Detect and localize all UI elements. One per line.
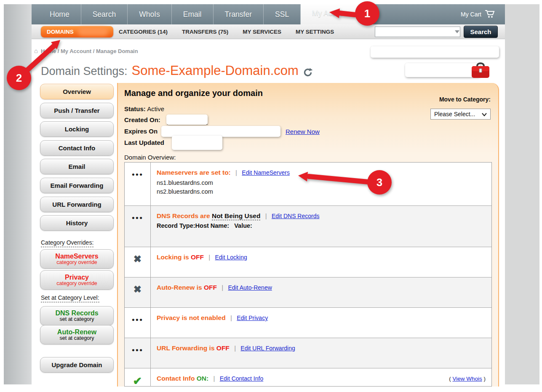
subnav-item-transfers[interactable]: TRANSFERS (75) bbox=[182, 29, 228, 35]
edit-locking-link[interactable]: Edit Locking bbox=[215, 254, 247, 261]
right-backdrop bbox=[505, 4, 539, 384]
page: Home Search WhoIs Email Transfer SSL My … bbox=[32, 4, 505, 387]
nav-tab-home[interactable]: Home bbox=[38, 4, 81, 24]
dots-icon: ●●● bbox=[125, 163, 151, 205]
separator: | bbox=[213, 375, 215, 382]
nameserver-1: ns1.bluestardns.com bbox=[157, 179, 485, 187]
row-off-badge: OFF bbox=[191, 253, 204, 261]
created-label: Created On: bbox=[124, 116, 160, 123]
category-sub: set at category bbox=[60, 317, 94, 323]
edit-auto-renew-link[interactable]: Edit Auto-Renew bbox=[228, 284, 272, 291]
row-content: Locking is OFF | Edit Locking bbox=[151, 247, 491, 277]
page-title-domain: Some-Example-Domain.com bbox=[132, 63, 299, 78]
row-title: DNS Records are bbox=[157, 212, 210, 219]
category-sub: set at category bbox=[60, 336, 94, 341]
sidebar-item-contact-info[interactable]: Contact Info bbox=[40, 140, 114, 156]
domain-overview-table: ●●● Nameservers are set to: | Edit NameS… bbox=[124, 162, 492, 387]
nav-tab-whois[interactable]: WhoIs bbox=[128, 4, 172, 24]
sidebar-item-push-transfer[interactable]: Push / Transfer bbox=[40, 103, 114, 118]
nav-tab-search[interactable]: Search bbox=[81, 4, 128, 24]
edit-url-forwarding-link[interactable]: Edit URL Forwarding bbox=[240, 345, 295, 352]
row-title: Nameservers are set to: bbox=[157, 169, 231, 176]
override-sub: category override bbox=[56, 260, 97, 266]
sidebar-item-locking[interactable]: Locking bbox=[40, 121, 114, 137]
sidebar-item-nameservers-override[interactable]: NameServers category override bbox=[40, 249, 114, 269]
category-title: DNS Records bbox=[55, 309, 98, 317]
table-row-contact-info: ✔ Contact Info ON: | Edit Contact Info (… bbox=[125, 368, 491, 387]
home-icon: ⌂ bbox=[34, 47, 38, 54]
edit-contact-info-link[interactable]: Edit Contact Info bbox=[220, 375, 264, 382]
last-updated-label: Last Updated bbox=[124, 139, 164, 146]
domain-search-combobox[interactable] bbox=[375, 27, 460, 37]
override-sub: category override bbox=[56, 281, 97, 287]
redaction-box-updated bbox=[172, 136, 222, 150]
status-value: Active bbox=[147, 105, 164, 112]
table-row-auto-renew: ✖ Auto-Renew is OFF | Edit Auto-Renew bbox=[125, 277, 491, 307]
renew-now-link[interactable]: Renew Now bbox=[286, 128, 320, 135]
edit-nameservers-link[interactable]: Edit NameServers bbox=[242, 169, 290, 176]
status-label: Status: bbox=[124, 105, 146, 112]
page-title: Domain Settings: Some-Example-Domain.com bbox=[41, 63, 313, 79]
dots-icon: ●●● bbox=[125, 338, 151, 368]
check-icon: ✔ bbox=[125, 368, 151, 387]
x-icon: ✖ bbox=[125, 247, 151, 277]
toolbox-icon[interactable] bbox=[471, 61, 490, 82]
left-backdrop bbox=[4, 4, 32, 384]
sidebar-item-overview[interactable]: Overview bbox=[40, 84, 114, 99]
move-to-category-label: Move to Category: bbox=[430, 96, 491, 103]
subnav-item-categories[interactable]: CATEGORIES (14) bbox=[119, 29, 168, 35]
view-whois: ( View Whois ) bbox=[449, 376, 486, 382]
separator: | bbox=[208, 253, 210, 261]
row-title: URL Forwarding is bbox=[157, 344, 215, 352]
chevron-down-icon[interactable] bbox=[454, 30, 460, 33]
dots-icon: ●●● bbox=[125, 308, 151, 338]
row-title: Privacy is not enabled bbox=[157, 314, 226, 321]
subnav-item-my-services[interactable]: MY SERVICES bbox=[243, 29, 281, 35]
row-content: Privacy is not enabled | Edit Privacy bbox=[151, 308, 491, 338]
category-select[interactable]: Please Select... bbox=[430, 109, 491, 120]
override-title: NameServers bbox=[55, 253, 98, 260]
separator: | bbox=[230, 314, 232, 321]
expires-line: Expires On bbox=[124, 128, 158, 135]
subnav-items: CATEGORIES (14) TRANSFERS (75) MY SERVIC… bbox=[119, 24, 334, 39]
edit-dns-records-link[interactable]: Edit DNS Records bbox=[272, 213, 320, 219]
row-on-badge: ON: bbox=[197, 375, 208, 382]
record-header: Record Type:Host Name: Value: bbox=[157, 222, 485, 229]
table-row-nameservers: ●●● Nameservers are set to: | Edit NameS… bbox=[125, 163, 491, 205]
redaction-blur bbox=[78, 27, 108, 36]
row-title: Auto-Renew is bbox=[157, 284, 202, 291]
subnav-item-domains[interactable]: DOMAINS bbox=[41, 26, 113, 37]
domain-search-input[interactable] bbox=[375, 27, 454, 36]
search-button[interactable]: Search bbox=[464, 26, 498, 38]
table-row-privacy: ●●● Privacy is not enabled | Edit Privac… bbox=[125, 307, 491, 338]
sidebar-item-history[interactable]: History bbox=[40, 215, 114, 231]
view-whois-link[interactable]: View Whois bbox=[452, 376, 482, 382]
nav-tab-my-account[interactable]: My Account bbox=[301, 4, 362, 24]
redaction-box-title bbox=[405, 63, 480, 77]
override-title: Privacy bbox=[65, 274, 89, 281]
sidebar-item-dns-records-category[interactable]: DNS Records set at category bbox=[40, 306, 114, 325]
upgrade-domain-button[interactable]: Upgrade Domain bbox=[40, 357, 114, 373]
nav-tab-ssl[interactable]: SSL bbox=[264, 4, 301, 24]
x-icon: ✖ bbox=[125, 277, 151, 307]
row-title: Locking is bbox=[157, 253, 189, 261]
row-content: Nameservers are set to: | Edit NameServe… bbox=[151, 163, 491, 205]
edit-privacy-link[interactable]: Edit Privacy bbox=[237, 315, 268, 321]
separator: | bbox=[234, 344, 236, 352]
row-content: Auto-Renew is OFF | Edit Auto-Renew bbox=[151, 277, 491, 307]
nav-tab-transfer[interactable]: Transfer bbox=[214, 4, 264, 24]
sidebar-item-privacy-override[interactable]: Privacy category override bbox=[40, 270, 114, 290]
my-cart[interactable]: My Cart bbox=[461, 4, 496, 24]
sidebar-item-auto-renew-category[interactable]: Auto-Renew set at category bbox=[40, 325, 114, 344]
subnav-item-my-settings[interactable]: MY SETTINGS bbox=[296, 29, 334, 35]
sidebar-item-url-forwarding[interactable]: URL Forwarding bbox=[40, 197, 114, 212]
separator: | bbox=[222, 284, 223, 291]
row-title: Contact Info bbox=[157, 375, 195, 382]
nav-tab-email[interactable]: Email bbox=[172, 4, 214, 24]
breadcrumb[interactable]: Home / My Account / Manage Domain bbox=[41, 48, 138, 54]
cart-icon bbox=[485, 10, 496, 19]
sidebar-item-email[interactable]: Email bbox=[40, 159, 114, 174]
sidebar-item-email-forwarding[interactable]: Email Forwarding bbox=[40, 178, 114, 193]
refresh-icon[interactable] bbox=[303, 67, 313, 79]
row-status-text: Not Being Used bbox=[212, 212, 260, 220]
